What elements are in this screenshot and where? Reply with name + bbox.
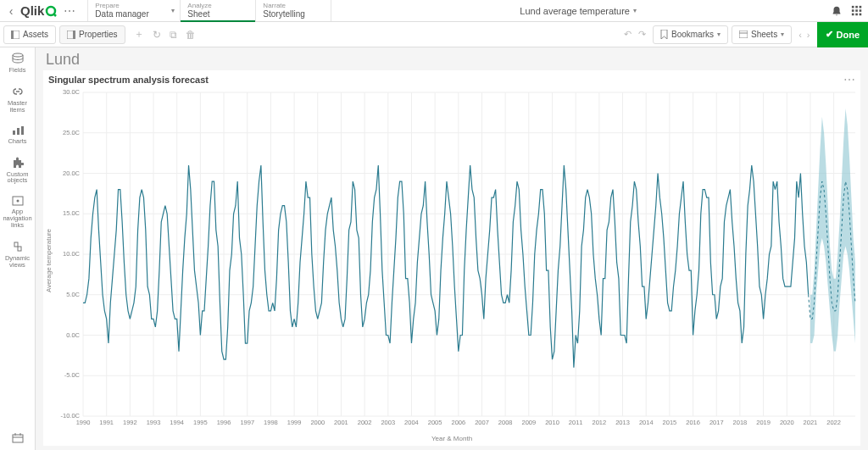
chart-menu-icon[interactable]: ⋯: [843, 73, 855, 86]
sheet-nav: ‹ ›: [798, 30, 810, 40]
tab-analyze[interactable]: Analyze Sheet: [180, 0, 256, 21]
panel-item-nav[interactable]: App navigation links: [0, 196, 35, 229]
tab-main: Storytelling: [263, 9, 324, 19]
bookmarks-label: Bookmarks: [671, 30, 714, 39]
panel-left-icon: [11, 31, 19, 39]
chart-header: Singular spectrum analysis forecast ⋯: [43, 70, 860, 89]
svg-text:2014: 2014: [639, 419, 654, 426]
more-icon[interactable]: ⋯: [58, 4, 81, 18]
svg-rect-14: [73, 31, 75, 39]
svg-rect-6: [855, 9, 858, 12]
history-icons: ↶ ↷: [624, 29, 646, 40]
done-button[interactable]: ✔ Done: [817, 22, 869, 47]
assets-toggle[interactable]: Assets: [3, 25, 56, 44]
panel-item-charts[interactable]: Charts: [0, 125, 35, 145]
svg-text:5.0C: 5.0C: [66, 291, 80, 298]
app-name-dropdown[interactable]: Lund average temperature ▾: [331, 0, 826, 21]
chart-plot[interactable]: -10.0C-5.0C0.0C5.0C10.0C15.0C20.0C25.0C3…: [54, 89, 860, 433]
sheets-button[interactable]: Sheets ▾: [732, 25, 792, 44]
nav-icon: [12, 196, 24, 206]
svg-rect-4: [860, 5, 862, 8]
svg-text:15.0C: 15.0C: [63, 209, 81, 217]
redo-icon[interactable]: ↻: [153, 29, 161, 41]
tab-sup: Prepare: [95, 3, 173, 9]
chevron-down-icon: ▾: [781, 31, 784, 38]
panel-label: Fields: [8, 67, 25, 74]
svg-text:1994: 1994: [170, 419, 184, 426]
top-bar-right: [826, 0, 868, 21]
check-icon: ✔: [826, 29, 833, 40]
panel-item-dynamic[interactable]: Dynamic views: [0, 241, 35, 269]
properties-toggle[interactable]: Properties: [59, 25, 125, 44]
svg-text:2013: 2013: [615, 419, 630, 426]
svg-rect-7: [860, 9, 862, 12]
svg-rect-19: [17, 128, 19, 135]
bookmarks-button[interactable]: Bookmarks ▾: [653, 25, 728, 44]
edit-tool-icons: ＋ ↻ ⧉ 🗑: [134, 27, 196, 42]
svg-text:2009: 2009: [521, 419, 536, 426]
svg-text:2017: 2017: [709, 419, 724, 426]
panel-item-master[interactable]: Master items: [0, 86, 35, 114]
svg-text:2000: 2000: [310, 419, 325, 426]
svg-text:25.0C: 25.0C: [63, 129, 81, 136]
undo-icon[interactable]: ↶: [624, 29, 632, 40]
panel-label: Charts: [8, 138, 26, 145]
sheet-title: Lund: [36, 47, 868, 69]
svg-text:2006: 2006: [451, 419, 465, 426]
svg-text:2010: 2010: [545, 419, 559, 426]
brand-text: Qlik: [20, 3, 44, 18]
tab-main: Data manager: [95, 9, 173, 19]
back-button[interactable]: ‹: [3, 4, 19, 18]
svg-text:2007: 2007: [475, 419, 489, 426]
svg-text:2008: 2008: [498, 419, 513, 426]
brand-logo[interactable]: Qlik: [19, 3, 58, 18]
add-icon[interactable]: ＋: [134, 27, 144, 42]
svg-text:1996: 1996: [217, 419, 231, 426]
svg-text:1999: 1999: [287, 419, 302, 426]
panel-label: Master items: [0, 100, 35, 114]
link-icon: [11, 86, 25, 97]
app-grid-icon[interactable]: [851, 5, 863, 17]
delete-icon[interactable]: 🗑: [186, 29, 196, 41]
svg-text:1995: 1995: [193, 419, 208, 426]
dynamic-icon: [12, 241, 24, 253]
svg-rect-25: [13, 435, 23, 442]
svg-line-1: [53, 14, 56, 16]
tab-prepare[interactable]: Prepare Data manager ▾: [87, 0, 181, 21]
calendar-icon: [12, 433, 24, 443]
svg-text:2011: 2011: [569, 419, 583, 426]
next-sheet-icon[interactable]: ›: [807, 30, 810, 40]
yaxis-label: Average temperature: [43, 229, 54, 292]
chart-title: Singular spectrum analysis forecast: [48, 75, 209, 85]
tab-sup: Analyze: [187, 3, 248, 9]
copy-icon[interactable]: ⧉: [170, 29, 177, 41]
done-label: Done: [837, 30, 860, 40]
panel-item-custom[interactable]: Custom objects: [0, 157, 35, 185]
svg-text:2020: 2020: [780, 419, 794, 426]
panel-item-calendar[interactable]: [0, 433, 35, 443]
svg-rect-24: [18, 247, 21, 251]
svg-rect-8: [852, 13, 854, 15]
svg-text:20.0C: 20.0C: [63, 169, 81, 177]
svg-point-17: [13, 53, 23, 57]
svg-rect-3: [855, 5, 858, 8]
app-name-label: Lund average temperature: [520, 6, 630, 16]
svg-rect-15: [739, 31, 748, 38]
chevron-down-icon[interactable]: ▾: [171, 7, 175, 14]
xaxis-label: Year & Month: [43, 433, 860, 446]
redo2-icon[interactable]: ↷: [638, 29, 646, 40]
chevron-down-icon: ▾: [633, 7, 637, 14]
panel-item-fields[interactable]: Fields: [0, 53, 35, 74]
tab-narrate[interactable]: Narrate Storytelling: [255, 0, 331, 21]
properties-label: Properties: [79, 30, 118, 39]
svg-text:2012: 2012: [593, 419, 607, 426]
bell-icon[interactable]: [831, 5, 843, 17]
chart-object[interactable]: Singular spectrum analysis forecast ⋯ Av…: [42, 69, 861, 447]
svg-rect-18: [13, 131, 15, 135]
prev-sheet-icon[interactable]: ‹: [798, 30, 802, 40]
sheet-area: Lund Singular spectrum analysis forecast…: [36, 47, 868, 450]
svg-text:1997: 1997: [240, 419, 254, 426]
svg-text:2002: 2002: [358, 419, 372, 426]
top-tabs: Prepare Data manager ▾ Analyze Sheet Nar…: [87, 0, 331, 21]
svg-text:2021: 2021: [804, 419, 818, 426]
